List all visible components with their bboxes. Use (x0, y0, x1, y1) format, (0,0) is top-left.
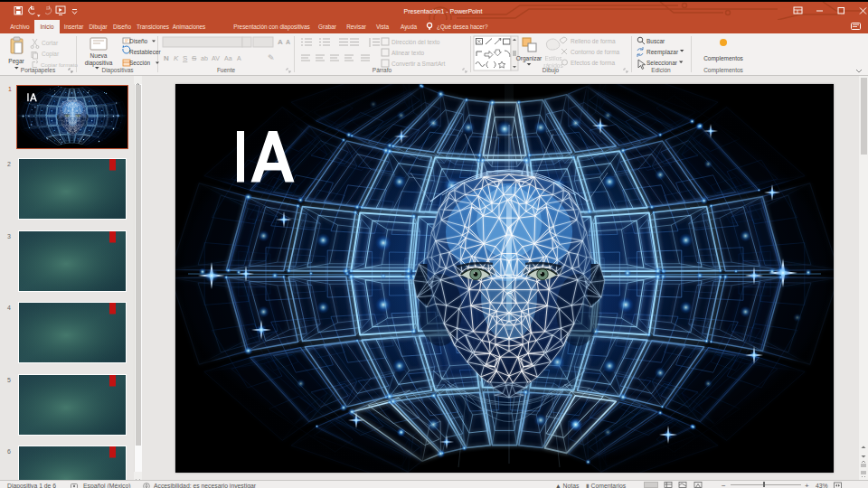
svg-text:A: A (278, 38, 283, 46)
svg-text:Copiar: Copiar (42, 51, 60, 58)
svg-text:Dirección del texto: Dirección del texto (392, 39, 440, 45)
svg-text:Aa: Aa (224, 55, 232, 61)
svg-text:diapositiva: diapositiva (85, 60, 113, 67)
svg-text:K: K (174, 54, 179, 62)
svg-text:Efectos de forma: Efectos de forma (571, 60, 616, 66)
svg-text:A: A (286, 39, 290, 45)
svg-text:Complementos: Complementos (703, 55, 743, 62)
svg-text:Estilos: Estilos (544, 55, 562, 61)
svg-text:Diseño: Diseño (129, 38, 148, 44)
svg-text:N: N (164, 54, 169, 62)
svg-text:ab: ab (201, 55, 208, 61)
svg-text:✎: ✎ (268, 53, 275, 62)
svg-text:Pegar: Pegar (8, 58, 24, 65)
svg-text:AV: AV (212, 55, 220, 61)
svg-text:Nueva: Nueva (90, 52, 108, 59)
svg-text:Reemplazar: Reemplazar (646, 49, 679, 56)
svg-text:Restablecer: Restablecer (129, 49, 162, 55)
svg-text:Relleno de forma: Relleno de forma (571, 38, 616, 44)
svg-text:A: A (237, 55, 241, 61)
svg-text:Organizar: Organizar (516, 55, 542, 62)
svg-text:Cortar: Cortar (42, 40, 59, 46)
svg-text:Seleccionar: Seleccionar (646, 60, 678, 66)
svg-text:S: S (183, 54, 187, 62)
svg-text:Alinear texto: Alinear texto (392, 50, 425, 56)
svg-text:Sección: Sección (129, 60, 151, 66)
svg-text:Buscar: Buscar (646, 38, 665, 44)
svg-text:Convertir a SmartArt: Convertir a SmartArt (392, 61, 445, 67)
svg-text:S: S (192, 54, 196, 62)
svg-text:Contorno de forma: Contorno de forma (571, 49, 620, 55)
